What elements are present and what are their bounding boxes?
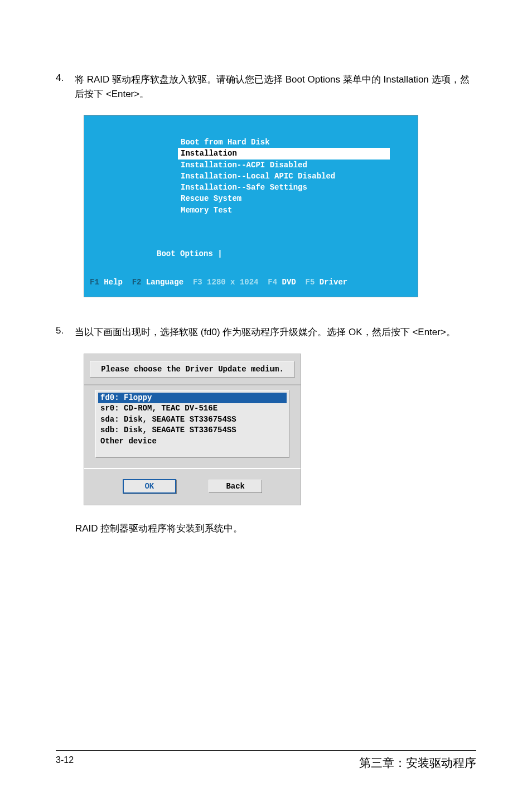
fkey-f5: F5: [306, 278, 315, 287]
fkey-f2-label: Language: [146, 278, 183, 287]
ok-button: OK: [123, 479, 176, 494]
boot-options-screenshot: Boot from Hard Disk Installation Install…: [84, 115, 418, 297]
page-footer: 3-12 第三章：安装驱动程序: [56, 750, 476, 771]
closing-paragraph: RAID 控制器驱动程序将安装到系统中。: [75, 522, 476, 535]
boot-item: Memory Test: [178, 205, 418, 216]
dialog-item: sdb: Disk, SEAGATE ST336754SS: [98, 425, 287, 436]
fkey-bar: F1 Help F2 Language F3 1280 x 1024 F4 DV…: [90, 278, 418, 297]
boot-item-selected: Installation: [178, 148, 390, 159]
boot-item: Rescue System: [178, 193, 418, 204]
step-4: 4. 将 RAID 驱动程序软盘放入软驱。请确认您已选择 Boot Option…: [56, 73, 476, 101]
step-number: 5.: [56, 325, 75, 340]
boot-menu: Boot from Hard Disk Installation Install…: [178, 137, 418, 216]
step-text: 当以下画面出现时，选择软驱 (fd0) 作为驱动程序升级媒介。选择 OK，然后按…: [75, 325, 456, 340]
fkey-f3-label: 1280 x 1024: [207, 278, 258, 287]
dialog-list: fd0: Floppy sr0: CD-ROM, TEAC DV-516E sd…: [95, 390, 289, 458]
fkey-f3: F3: [193, 278, 202, 287]
fkey-f2: F2: [132, 278, 142, 287]
step-text: 将 RAID 驱动程序软盘放入软驱。请确认您已选择 Boot Options 菜…: [75, 73, 476, 101]
fkey-f5-label: Driver: [320, 278, 347, 287]
back-button: Back: [209, 480, 262, 493]
boot-item: Installation--Safe Settings: [178, 182, 418, 193]
fkey-f1-label: Help: [104, 278, 123, 287]
chapter-title: 第三章：安装驱动程序: [359, 755, 476, 771]
fkey-f4: F4: [268, 278, 277, 287]
fkey-f1: F1: [90, 278, 99, 287]
fkey-f4-label: DVD: [282, 278, 296, 287]
driver-update-dialog: Please choose the Driver Update medium. …: [84, 354, 301, 505]
boot-item: Boot from Hard Disk: [178, 137, 418, 148]
dialog-title: Please choose the Driver Update medium.: [90, 361, 295, 378]
boot-item: Installation--ACPI Disabled: [178, 160, 418, 171]
dialog-item: sr0: CD-ROM, TEAC DV-516E: [98, 403, 287, 414]
dialog-item-selected: fd0: Floppy: [98, 393, 287, 404]
step-5: 5. 当以下画面出现时，选择软驱 (fd0) 作为驱动程序升级媒介。选择 OK，…: [56, 325, 476, 340]
boot-item: Installation--Local APIC Disabled: [178, 171, 418, 182]
dialog-item: Other device: [98, 436, 287, 447]
step-number: 4.: [56, 73, 75, 101]
page-number: 3-12: [56, 755, 74, 765]
boot-options-label: Boot Options |: [157, 249, 418, 258]
dialog-item: sda: Disk, SEAGATE ST336754SS: [98, 414, 287, 426]
